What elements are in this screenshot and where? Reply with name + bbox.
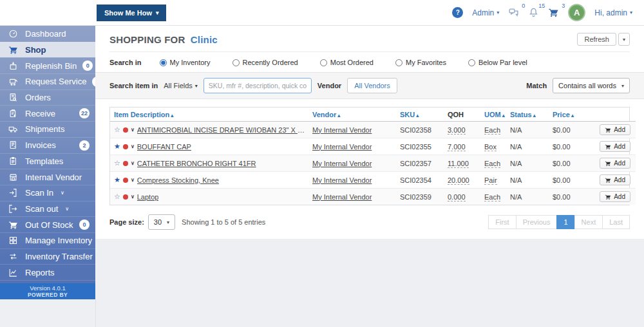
- search-in-option-most-ordered[interactable]: Most Ordered: [320, 59, 374, 66]
- uom-value[interactable]: Pair: [484, 176, 497, 185]
- stock-status-dot-icon[interactable]: [123, 144, 128, 149]
- messages-button[interactable]: 0: [508, 7, 519, 18]
- pager-button-next[interactable]: Next: [574, 215, 603, 229]
- expand-row-icon[interactable]: ∨: [131, 177, 135, 183]
- sidebar-item-shop[interactable]: Shop: [0, 42, 95, 58]
- vendor-link[interactable]: My Internal Vendor: [312, 193, 372, 201]
- radio-input[interactable]: [160, 59, 167, 66]
- column-header-uom[interactable]: UOM▴: [480, 107, 506, 122]
- favorite-star-icon[interactable]: ☆: [114, 193, 120, 200]
- uom-value[interactable]: Each: [484, 126, 500, 135]
- pager-button-1[interactable]: 1: [556, 215, 574, 229]
- add-to-cart-button[interactable]: Add: [600, 158, 630, 169]
- vendor-link[interactable]: My Internal Vendor: [312, 143, 372, 151]
- sidebar-item-shipments[interactable]: Shipments: [0, 121, 95, 137]
- chevron-down-icon: ∨: [61, 190, 64, 196]
- radio-label: Most Ordered: [330, 59, 374, 66]
- user-menu[interactable]: Hi, admin ▾: [594, 8, 632, 17]
- admin-menu[interactable]: Admin ▾: [472, 8, 499, 17]
- expand-row-icon[interactable]: ∨: [131, 144, 135, 149]
- item-description-link[interactable]: Laptop: [137, 193, 159, 201]
- sidebar-item-orders[interactable]: Orders: [0, 89, 95, 106]
- sidebar-item-dashboard[interactable]: Dashboard: [0, 26, 95, 42]
- add-to-cart-button[interactable]: Add: [600, 174, 630, 185]
- refresh-button[interactable]: Refresh: [577, 33, 616, 46]
- column-header-item-description[interactable]: Item Description▴: [110, 107, 308, 122]
- search-in-option-below-par-level[interactable]: Below Par level: [468, 59, 527, 66]
- vendor-link[interactable]: My Internal Vendor: [312, 160, 372, 167]
- all-vendors-button[interactable]: All Vendors: [347, 78, 397, 93]
- pager-button-previous[interactable]: Previous: [516, 215, 558, 229]
- favorite-star-icon[interactable]: ☆: [114, 160, 120, 167]
- pager-button-first[interactable]: First: [488, 215, 516, 229]
- field-selector-dropdown[interactable]: All Fields ▾: [164, 82, 198, 89]
- field-selector-value: All Fields: [164, 82, 193, 89]
- notifications-button[interactable]: 15: [528, 7, 539, 18]
- expand-row-icon[interactable]: ∨: [131, 160, 135, 166]
- refresh-dropdown-button[interactable]: ▾: [618, 33, 630, 46]
- radio-input[interactable]: [232, 59, 240, 66]
- sidebar-item-internal-vendor[interactable]: Internal Vendor: [0, 169, 95, 185]
- sidebar-item-replenish-bin[interactable]: Replenish Bin0: [0, 57, 95, 73]
- item-description-link[interactable]: ANTIMICROBIAL INCISE DRAPE W/IOBAN 23" X…: [137, 126, 305, 134]
- pager-button-last[interactable]: Last: [602, 215, 630, 229]
- page-size-label: Page size:: [109, 218, 144, 226]
- sidebar-item-invoices[interactable]: Invoices2: [0, 137, 95, 153]
- add-to-cart-button[interactable]: Add: [600, 124, 630, 135]
- favorite-star-icon[interactable]: ☆: [114, 126, 120, 133]
- column-header-status[interactable]: Status▴: [506, 107, 549, 122]
- search-input[interactable]: [204, 78, 312, 93]
- price-cell: $0.00: [549, 172, 595, 189]
- page-size-select[interactable]: 30 ▾: [148, 214, 175, 230]
- cart-button[interactable]: 3: [548, 7, 559, 18]
- qoh-value[interactable]: 0.000: [448, 193, 466, 201]
- radio-input[interactable]: [320, 59, 327, 66]
- sidebar-item-scan-out[interactable]: Scan out∨: [0, 201, 95, 217]
- item-description-link[interactable]: Compress Stocking, Knee: [137, 176, 219, 184]
- radio-input[interactable]: [468, 59, 475, 66]
- qoh-value[interactable]: 3.000: [448, 126, 466, 135]
- item-description-link[interactable]: CATHETER BRONCHO RIGHT 41FR: [137, 160, 256, 167]
- sidebar-item-templates[interactable]: Templates: [0, 153, 95, 169]
- add-to-cart-button[interactable]: Add: [600, 141, 630, 152]
- vendor-link[interactable]: My Internal Vendor: [312, 176, 372, 184]
- column-header-price[interactable]: Price▴: [549, 107, 595, 122]
- expand-row-icon[interactable]: ∨: [131, 127, 135, 133]
- sidebar-item-reports[interactable]: Reports: [0, 264, 95, 280]
- add-to-cart-button[interactable]: Add: [600, 191, 630, 202]
- stock-status-dot-icon[interactable]: [123, 194, 128, 200]
- uom-value[interactable]: Each: [484, 193, 500, 201]
- sidebar-item-out-of-stock[interactable]: Out Of Stock0: [0, 216, 95, 232]
- column-header-sku[interactable]: SKU▴: [396, 107, 444, 122]
- show-me-how-button[interactable]: Show Me How ▾: [97, 5, 166, 21]
- search-in-option-recently-ordered[interactable]: Recently Ordered: [232, 59, 298, 66]
- sidebar-item-inventory-transfer[interactable]: Inventory Transfer0: [0, 248, 95, 265]
- radio-input[interactable]: [395, 59, 402, 66]
- qoh-value[interactable]: 20.000: [448, 176, 469, 185]
- search-in-option-my-favorites[interactable]: My Favorites: [395, 59, 446, 66]
- column-header-vendor[interactable]: Vendor▴: [308, 107, 396, 122]
- uom-value[interactable]: Each: [484, 160, 500, 168]
- sidebar-item-manage-inventory[interactable]: Manage Inventory: [0, 232, 95, 248]
- sidebar-item-receive[interactable]: Receive22: [0, 105, 95, 121]
- search-in-option-my-inventory[interactable]: My Inventory: [160, 59, 211, 66]
- page-title-entity[interactable]: Clinic: [191, 34, 218, 45]
- qoh-value[interactable]: 11.000: [448, 160, 469, 168]
- match-select-value: Contains all words: [558, 82, 616, 89]
- uom-value[interactable]: Box: [484, 143, 497, 151]
- favorite-star-icon[interactable]: ★: [114, 143, 120, 150]
- table-header-row: Item Description▴Vendor▴SKU▴QOHUOM▴Statu…: [110, 107, 636, 122]
- qoh-value[interactable]: 7.000: [448, 143, 466, 151]
- sidebar-item-scan-in[interactable]: Scan In∨: [0, 185, 95, 201]
- stock-status-dot-icon[interactable]: [123, 161, 128, 166]
- match-select[interactable]: Contains all words ▾: [553, 78, 630, 93]
- favorite-star-icon[interactable]: ★: [114, 176, 120, 183]
- help-icon[interactable]: ?: [452, 7, 463, 18]
- sidebar-item-request-service[interactable]: Request Service0: [0, 73, 95, 89]
- item-description-link[interactable]: BOUFFANT CAP: [137, 143, 191, 151]
- avatar[interactable]: A: [568, 4, 585, 21]
- vendor-link[interactable]: My Internal Vendor: [312, 126, 372, 134]
- stock-status-dot-icon[interactable]: [123, 127, 128, 133]
- expand-row-icon[interactable]: ∨: [131, 194, 135, 200]
- stock-status-dot-icon[interactable]: [123, 178, 128, 183]
